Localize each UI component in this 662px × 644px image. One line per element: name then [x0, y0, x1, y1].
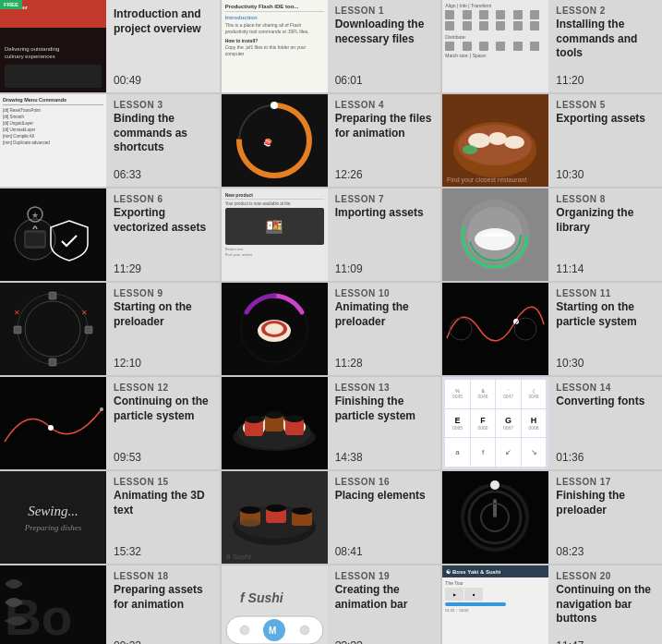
- list-item[interactable]: Align | Info | Transform: [442, 0, 662, 92]
- thumbnail: Align | Info | Transform: [442, 0, 548, 92]
- svg-point-77: [292, 507, 312, 515]
- list-item[interactable]: ☯ Boss Yaki & Sushi The Tour ▶ ■ 01:23 /…: [442, 565, 662, 644]
- cell-info: Lesson 2 Installing the commands and too…: [548, 0, 662, 92]
- svg-point-10: [271, 102, 278, 109]
- svg-point-75: [266, 504, 286, 512]
- cell-info: Lesson 14 Converting fonts 01:36: [548, 377, 662, 469]
- svg-text:M: M: [269, 626, 276, 636]
- svg-text:🍣: 🍣: [263, 138, 272, 147]
- lesson-label: Lesson 18: [114, 571, 212, 581]
- thumbnail: [0, 377, 106, 469]
- cell-info: Lesson 3 Binding the commands as shortcu…: [106, 94, 220, 187]
- list-item[interactable]: 8 Sushi Lesson 16 Placing elements 08:41: [222, 471, 441, 564]
- list-item[interactable]: Sewing... Preparing dishes Lesson 15 Ani…: [0, 471, 220, 564]
- lesson-title: Importing assets: [335, 206, 434, 259]
- list-item[interactable]: Lesson 10 Animating the preloader 11:28: [222, 283, 441, 375]
- thumbnail: Sewing... Preparing dishes: [0, 471, 106, 564]
- cell-info: Introduction and project overview 00:49: [106, 0, 220, 92]
- list-item[interactable]: ✕ ✕ Lesson 9 Starting on the preloader 1…: [0, 283, 220, 375]
- free-badge: FREE: [0, 0, 22, 9]
- lesson-time: 12:26: [335, 168, 434, 181]
- thumbnail: [222, 283, 328, 375]
- cell-info: Lesson 15 Animating the 3D text 15:32: [106, 471, 220, 564]
- svg-text:Find your closest restaurant: Find your closest restaurant: [447, 176, 526, 184]
- thumbnail: f Sushi M: [222, 565, 328, 644]
- svg-point-93: [300, 626, 309, 635]
- svg-point-67: [285, 415, 304, 422]
- lesson-time: 11:14: [556, 262, 655, 275]
- list-item[interactable]: f Sushi M Lesson 19 Creating the animati…: [222, 565, 441, 644]
- lesson-label: Lesson 4: [335, 100, 434, 110]
- lesson-time: 14:38: [335, 451, 434, 464]
- lesson-label: Lesson 6: [114, 194, 212, 204]
- lesson-title: Starting on the preloader: [114, 300, 212, 353]
- list-item[interactable]: Lesson 12 Continuing on the particle sys…: [0, 377, 220, 469]
- list-item[interactable]: Bo Lesson 18 Preparing assets for animat…: [0, 565, 220, 644]
- lesson-title: Animating the preloader: [335, 300, 434, 353]
- list-item[interactable]: FREE Social tour Delivering outstanding …: [0, 0, 220, 92]
- thumbnail: New product Your product is now availabl…: [222, 188, 328, 281]
- list-item[interactable]: % 0045 & 0046 ' 0047 ( 0048 E 0065: [442, 377, 662, 469]
- lesson-title: Preparing assets for animation: [114, 583, 212, 636]
- thumbnail: Find your closest restaurant: [442, 94, 548, 187]
- thumbnail: ☯ Boss Yaki & Sushi The Tour ▶ ■ 01:23 /…: [442, 565, 548, 644]
- list-item[interactable]: Drawing Menu Commands [dt] ResetTransPoi…: [0, 94, 220, 187]
- lesson-title: Finishing the preloader: [556, 489, 655, 541]
- cell-info: Lesson 20 Continuing on the navigation b…: [548, 565, 662, 644]
- cell-info: Lesson 10 Animating the preloader 11:28: [328, 283, 441, 375]
- thumbnail: [442, 283, 548, 375]
- lesson-title: Organizing the library: [556, 206, 655, 259]
- list-item[interactable]: Lesson 8 Organizing the library 11:14: [442, 188, 662, 281]
- lesson-title: Downloading the necessary files: [335, 18, 434, 70]
- list-item[interactable]: New product Your product is now availabl…: [222, 188, 441, 281]
- lesson-label: Lesson 14: [556, 383, 655, 393]
- lesson-time: 11:47: [556, 639, 655, 644]
- lesson-time: 10:30: [556, 168, 655, 181]
- thumbnail: 8 Sushi: [222, 471, 328, 564]
- cell-info: Lesson 5 Exporting assets 10:30: [548, 94, 662, 187]
- svg-point-55: [100, 407, 103, 411]
- list-item[interactable]: 🍣 Lesson 4 Preparing the files for anima…: [222, 94, 441, 187]
- lesson-time: 09:32: [114, 639, 212, 644]
- lesson-time: 11:09: [335, 262, 434, 275]
- cell-info: Lesson 13 Finishing the particle system …: [328, 377, 441, 469]
- list-item[interactable]: ★ Lesson 6 Exporting vectorized assets 1…: [0, 188, 220, 281]
- lesson-label: Lesson 1: [335, 6, 434, 16]
- svg-rect-83: [493, 499, 497, 517]
- lesson-title: Starting on the particle system: [556, 300, 655, 353]
- list-item[interactable]: Lesson 13 Finishing the particle system …: [222, 377, 441, 469]
- thumbnail: Drawing Menu Commands [dt] ResetTransPoi…: [0, 94, 106, 187]
- list-item[interactable]: Lesson 11 Starting on the particle syste…: [442, 283, 662, 375]
- svg-rect-6: [5, 65, 102, 88]
- lesson-time: 06:01: [335, 74, 434, 87]
- svg-text:f Sushi: f Sushi: [240, 590, 284, 605]
- svg-point-82: [490, 480, 500, 490]
- svg-point-54: [48, 425, 54, 431]
- lesson-title: Finishing the particle system: [335, 395, 434, 447]
- lesson-title: Exporting vectorized assets: [114, 206, 212, 259]
- lesson-time: ??:??: [335, 639, 434, 644]
- lesson-label: Lesson 8: [556, 194, 655, 204]
- thumbnail: % 0045 & 0046 ' 0047 ( 0048 E 0065: [442, 377, 548, 469]
- lesson-label: Lesson 19: [335, 571, 434, 581]
- lesson-label: Lesson 17: [556, 477, 655, 487]
- cell-info: Lesson 17 Finishing the preloader 08:23: [548, 471, 662, 564]
- list-item[interactable]: Productivity Flash IDE too... Introducti…: [222, 0, 441, 92]
- list-item[interactable]: Find your closest restaurant Lesson 5 Ex…: [442, 94, 662, 187]
- svg-rect-39: [49, 292, 56, 299]
- lesson-title: Installing the commands and tools: [556, 18, 655, 70]
- lesson-label: Lesson 10: [335, 288, 434, 298]
- cell-info: Lesson 9 Starting on the preloader 12:10: [106, 283, 220, 375]
- list-item[interactable]: Lesson 17 Finishing the preloader 08:23: [442, 471, 662, 564]
- svg-point-73: [240, 519, 260, 527]
- cell-info: Lesson 19 Creating the animation bar ??:…: [328, 565, 441, 644]
- lesson-time: 10:30: [556, 357, 655, 370]
- lesson-title: Animating the 3D text: [114, 489, 212, 541]
- lesson-time: 09:53: [114, 451, 212, 464]
- cell-info: Lesson 16 Placing elements 08:41: [328, 471, 441, 564]
- lesson-label: Lesson 2: [556, 6, 655, 16]
- lesson-time: 06:33: [114, 168, 212, 181]
- svg-point-92: [240, 626, 249, 635]
- thumbnail: ★: [0, 188, 106, 281]
- cell-info: Lesson 6 Exporting vectorized assets 11:…: [106, 188, 220, 281]
